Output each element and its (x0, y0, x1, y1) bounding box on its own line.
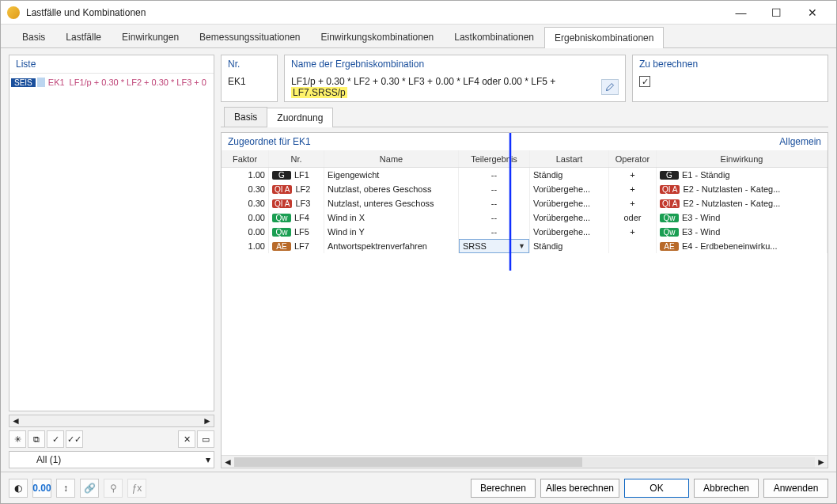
col-lastart[interactable]: Lastart (530, 150, 609, 167)
berechnen-button[interactable]: Berechnen (471, 479, 536, 498)
footer-btn-2[interactable]: 0.00 (32, 479, 51, 498)
scroll-thumb[interactable] (234, 457, 583, 467)
delete-button[interactable]: ✕ (178, 430, 195, 448)
left-hscroll[interactable]: ◄ ► (9, 415, 214, 427)
cell-lastart[interactable]: Vorübergehe... (530, 210, 609, 225)
calc-checkbox[interactable]: ✓ (639, 76, 650, 87)
cell-einwirkung[interactable]: QI AE2 - Nutzlasten - Kateg... (657, 196, 828, 210)
cell-lastart[interactable]: Ständig (530, 239, 609, 253)
cell-name[interactable]: Wind in Y (324, 225, 459, 239)
tab-einwirkungskombinationen[interactable]: Einwirkungskombinationen (311, 26, 445, 47)
cell-faktor[interactable]: 1.00 (222, 239, 269, 253)
cell-operator[interactable]: + (609, 168, 657, 182)
tab-ergebniskombinationen[interactable]: Ergebniskombinationen (544, 27, 664, 48)
cell-nr[interactable]: QI ALF3 (269, 196, 324, 210)
cell-faktor[interactable]: 1.00 (222, 168, 269, 182)
scroll-right-icon[interactable]: ► (816, 457, 826, 468)
footer-btn-4[interactable]: 🔗 (80, 479, 99, 498)
cell-teilergebnis[interactable]: -- (459, 225, 530, 239)
cell-faktor[interactable]: 0.00 (222, 210, 269, 225)
cell-teilergebnis[interactable]: SRSS ▼ SRSSXYX, Eigenform 1Y, Eigenform … (459, 239, 530, 253)
cell-teilergebnis[interactable]: -- (459, 210, 530, 225)
table-row[interactable]: 0.00QwLF5Wind in Y--Vorübergehe...+QwE3 … (222, 225, 828, 239)
table-row[interactable]: 1.00AELF7Antwortspektrenverfahren SRSS ▼… (222, 239, 828, 253)
cell-nr[interactable]: QwLF4 (269, 210, 324, 225)
select-button[interactable]: ▭ (197, 430, 214, 448)
cell-name[interactable]: Wind in X (324, 210, 459, 225)
cell-einwirkung[interactable]: AEE4 - Erdbebeneinwirku... (657, 239, 828, 253)
tab-lastkombinationen[interactable]: Lastkombinationen (444, 26, 544, 47)
liste-area[interactable]: SEIS EK1 LF1/p + 0.30 * LF2 + 0.30 * LF3… (9, 74, 214, 411)
tab-basis[interactable]: Basis (12, 26, 55, 47)
cell-operator[interactable]: oder (609, 210, 657, 225)
table-row[interactable]: 0.00QwLF4Wind in X--Vorübergehe...oderQw… (222, 210, 828, 225)
cell-teilergebnis[interactable]: -- (459, 182, 530, 196)
cell-einwirkung[interactable]: QI AE2 - Nutzlasten - Kateg... (657, 182, 828, 196)
col-teilergebnis[interactable]: Teilergebnis (459, 150, 530, 167)
cell-name[interactable]: Nutzlast, oberes Geschoss (324, 182, 459, 196)
list-item[interactable]: SEIS EK1 LF1/p + 0.30 * LF2 + 0.30 * LF3… (11, 75, 212, 89)
tab-bemessungssituationen[interactable]: Bemessungssituationen (189, 26, 310, 47)
table-row[interactable]: 1.00GLF1Eigengewicht--Ständig+GE1 - Stän… (222, 168, 828, 182)
filter-dropdown-icon[interactable]: ▾ (206, 454, 210, 465)
cell-lastart[interactable]: Ständig (530, 168, 609, 182)
cell-nr[interactable]: QwLF5 (269, 225, 324, 239)
edit-name-button[interactable] (601, 79, 619, 95)
chevron-down-icon[interactable]: ▼ (518, 242, 525, 250)
cell-faktor[interactable]: 0.00 (222, 225, 269, 239)
cell-nr[interactable]: QI ALF2 (269, 182, 324, 196)
cell-einwirkung[interactable]: QwE3 - Wind (657, 210, 828, 225)
cell-faktor[interactable]: 0.30 (222, 182, 269, 196)
col-name[interactable]: Name (324, 150, 459, 167)
maximize-button[interactable]: ☐ (759, 1, 794, 24)
table-hscroll[interactable]: ◄ ► (222, 455, 828, 468)
col-faktor[interactable]: Faktor (222, 150, 269, 167)
new-button[interactable]: ✳ (9, 430, 26, 448)
copy-button[interactable]: ⧉ (28, 430, 45, 448)
close-button[interactable]: ✕ (794, 1, 830, 24)
footer-btn-5[interactable]: ⚲ (104, 479, 123, 498)
col-nr[interactable]: Nr. (269, 150, 324, 167)
table-row[interactable]: 0.30QI ALF2Nutzlast, oberes Geschoss--Vo… (222, 182, 828, 196)
cell-faktor[interactable]: 0.30 (222, 196, 269, 210)
cell-teilergebnis[interactable]: -- (459, 196, 530, 210)
table-row[interactable]: 0.30QI ALF3Nutzlast, unteres Geschoss--V… (222, 196, 828, 210)
anwenden-button[interactable]: Anwenden (763, 479, 828, 498)
cell-teilergebnis[interactable]: -- (459, 168, 530, 182)
cell-name[interactable]: Antwortspektrenverfahren (324, 239, 459, 253)
cell-nr[interactable]: AELF7 (269, 239, 324, 253)
col-einwirkung[interactable]: Einwirkung (657, 150, 828, 167)
subtab-zuordnung[interactable]: Zuordnung (267, 108, 333, 127)
cell-lastart[interactable]: Vorübergehe... (530, 196, 609, 210)
footer-btn-1[interactable]: ◐ (9, 479, 28, 498)
cell-operator[interactable]: + (609, 225, 657, 239)
tab-einwirkungen[interactable]: Einwirkungen (112, 26, 189, 47)
ok-button[interactable]: OK (624, 479, 689, 498)
scroll-track[interactable] (234, 457, 815, 467)
check2-button[interactable]: ✓✓ (66, 430, 83, 448)
teilergebnis-dropdown[interactable]: SRSS ▼ (459, 239, 529, 253)
cell-nr[interactable]: GLF1 (269, 168, 324, 182)
cell-lastart[interactable]: Vorübergehe... (530, 225, 609, 239)
cell-operator[interactable]: + (609, 182, 657, 196)
subtab-basis[interactable]: Basis (224, 107, 267, 127)
scroll-left-icon[interactable]: ◄ (223, 457, 233, 468)
footer-btn-6[interactable]: ƒx (127, 479, 146, 498)
filter-bar[interactable]: All (1) ▾ (9, 451, 214, 468)
alles-berechnen-button[interactable]: Alles berechnen (540, 479, 619, 498)
cell-einwirkung[interactable]: QwE3 - Wind (657, 225, 828, 239)
cell-operator[interactable]: + (609, 196, 657, 210)
col-operator[interactable]: Operator (609, 150, 657, 167)
scroll-left-icon[interactable]: ◄ (11, 415, 21, 426)
cell-einwirkung[interactable]: GE1 - Ständig (657, 168, 828, 182)
cell-operator[interactable] (609, 239, 657, 253)
cell-lastart[interactable]: Vorübergehe... (530, 182, 609, 196)
scroll-right-icon[interactable]: ► (203, 415, 212, 426)
footer-btn-3[interactable]: ↕ (56, 479, 75, 498)
cell-name[interactable]: Eigengewicht (324, 168, 459, 182)
minimize-button[interactable]: — (723, 1, 759, 24)
cell-name[interactable]: Nutzlast, unteres Geschoss (324, 196, 459, 210)
tab-lastfaelle[interactable]: Lastfälle (55, 26, 112, 47)
check-button[interactable]: ✓ (47, 430, 64, 448)
abbrechen-button[interactable]: Abbrechen (694, 479, 759, 498)
